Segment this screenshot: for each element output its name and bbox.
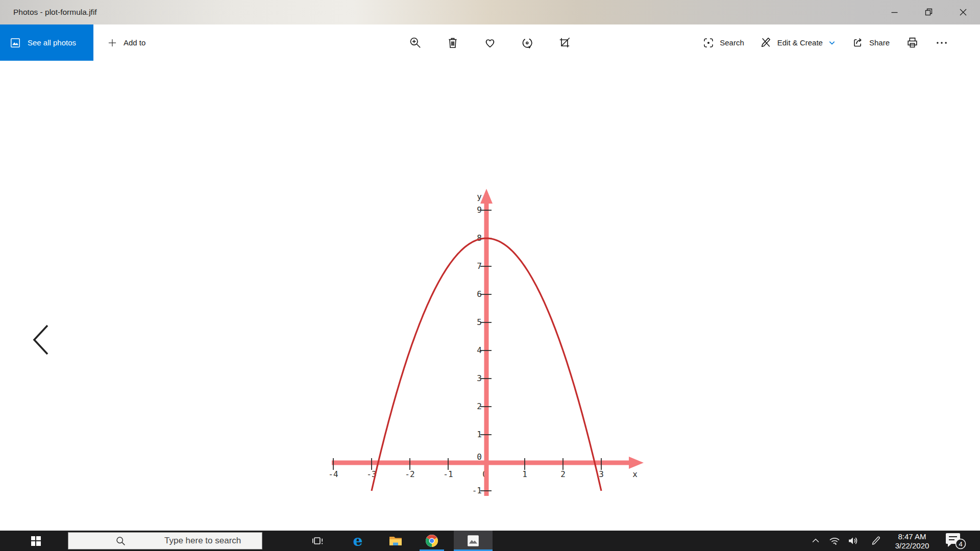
svg-text:y: y xyxy=(477,192,482,202)
previous-photo-button[interactable] xyxy=(29,322,54,358)
photo-canvas: 0-4-3-2-1123-10123456789yx xyxy=(0,61,980,531)
visual-search-icon xyxy=(702,37,715,49)
wifi-icon xyxy=(828,535,841,547)
taskbar-app-edge[interactable]: e xyxy=(346,531,370,551)
print-button[interactable] xyxy=(900,31,924,55)
svg-text:x: x xyxy=(632,469,638,479)
pen-icon xyxy=(870,535,882,547)
search-icon xyxy=(115,536,126,546)
close-icon xyxy=(957,6,969,18)
share-icon xyxy=(851,36,864,49)
notification-count-badge: 4 xyxy=(959,540,962,548)
zoom-in-icon xyxy=(409,36,422,49)
volume-icon xyxy=(847,535,859,547)
task-view-icon xyxy=(311,534,324,547)
chevron-left-icon xyxy=(30,323,53,357)
search-label: Search xyxy=(720,38,744,47)
window-title: Photos - plot-formula.jfif xyxy=(13,8,97,17)
svg-text:-1: -1 xyxy=(443,469,453,479)
zoom-button[interactable] xyxy=(404,31,427,55)
edit-create-icon xyxy=(760,36,772,49)
svg-text:1: 1 xyxy=(477,430,482,439)
windows-logo-icon xyxy=(31,536,41,546)
svg-text:9: 9 xyxy=(477,205,482,215)
tray-date: 3/22/2020 xyxy=(888,541,936,550)
favorite-icon xyxy=(483,36,497,49)
taskbar-app-chrome[interactable] xyxy=(420,531,444,551)
svg-text:7: 7 xyxy=(477,261,482,271)
start-button[interactable] xyxy=(27,531,45,551)
photos-app-window: Photos - plot-formula.jfif xyxy=(0,0,980,551)
minimize-icon xyxy=(889,6,901,18)
svg-text:4: 4 xyxy=(477,345,482,355)
photos-app-icon xyxy=(467,534,480,547)
favorite-button[interactable] xyxy=(478,31,502,55)
tray-windows-ink-button[interactable] xyxy=(868,531,884,551)
tray-volume-button[interactable] xyxy=(845,531,861,551)
photos-icon xyxy=(10,37,21,48)
svg-text:-1: -1 xyxy=(472,486,482,495)
tray-time: 8:47 AM xyxy=(888,532,936,541)
command-bar: See all photos Add to xyxy=(0,24,980,61)
parabola-plot-svg: 0-4-3-2-1123-10123456789yx xyxy=(327,177,648,508)
svg-text:6: 6 xyxy=(477,289,482,299)
crop-button[interactable] xyxy=(553,31,576,55)
close-button[interactable] xyxy=(946,0,980,24)
see-more-icon xyxy=(935,36,948,49)
minimize-button[interactable] xyxy=(877,0,912,24)
svg-text:-2: -2 xyxy=(405,469,414,479)
restore-button[interactable] xyxy=(912,0,946,24)
svg-text:-4: -4 xyxy=(328,469,338,479)
svg-text:1: 1 xyxy=(522,469,527,479)
restore-icon xyxy=(923,6,935,18)
taskbar-search-box[interactable] xyxy=(68,532,262,549)
edit-create-label: Edit & Create xyxy=(777,38,823,47)
file-explorer-icon xyxy=(388,535,403,547)
chrome-icon xyxy=(425,534,438,547)
rotate-button[interactable] xyxy=(516,31,539,55)
edge-icon: e xyxy=(353,534,362,547)
taskbar-app-task-view[interactable] xyxy=(305,531,330,551)
search-button[interactable]: Search xyxy=(698,31,749,55)
tray-clock[interactable]: 8:47 AM 3/22/2020 xyxy=(888,532,936,551)
tray-action-center-button[interactable]: 4 xyxy=(942,531,969,551)
edit-create-button[interactable]: Edit & Create xyxy=(755,31,841,55)
plus-icon xyxy=(107,38,117,48)
tray-show-hidden-icons-button[interactable] xyxy=(808,531,823,551)
see-all-photos-label: See all photos xyxy=(28,38,76,47)
taskbar-app-file-explorer[interactable] xyxy=(383,531,408,551)
print-icon xyxy=(906,36,919,49)
delete-icon xyxy=(446,36,459,49)
right-tool-group: Search Edit & Create Share xyxy=(698,24,953,61)
taskbar-search-input[interactable] xyxy=(163,535,273,546)
add-to-label: Add to xyxy=(124,38,145,47)
chevron-up-icon xyxy=(811,536,821,546)
svg-text:2: 2 xyxy=(560,469,566,479)
share-label: Share xyxy=(869,38,890,47)
notification-icon: 4 xyxy=(944,531,967,550)
rotate-icon xyxy=(521,36,534,49)
chevron-down-icon xyxy=(828,39,836,47)
svg-text:2: 2 xyxy=(477,402,482,411)
delete-button[interactable] xyxy=(441,31,464,55)
crop-icon xyxy=(558,36,571,49)
center-tool-group xyxy=(404,24,576,61)
share-button[interactable]: Share xyxy=(847,31,894,55)
add-to-button[interactable]: Add to xyxy=(102,24,151,61)
see-all-photos-button[interactable]: See all photos xyxy=(0,24,93,61)
photo-image-parabola-plot: 0-4-3-2-1123-10123456789yx xyxy=(327,177,648,508)
taskbar-app-photos[interactable] xyxy=(454,531,493,551)
window-controls xyxy=(877,0,980,24)
tray-network-button[interactable] xyxy=(827,531,842,551)
title-bar: Photos - plot-formula.jfif xyxy=(0,0,980,24)
svg-text:3: 3 xyxy=(599,469,604,479)
svg-text:5: 5 xyxy=(477,317,482,327)
see-more-button[interactable] xyxy=(930,31,953,55)
windows-taskbar: e xyxy=(0,531,980,551)
svg-text:3: 3 xyxy=(477,373,482,383)
svg-text:0: 0 xyxy=(477,452,482,462)
